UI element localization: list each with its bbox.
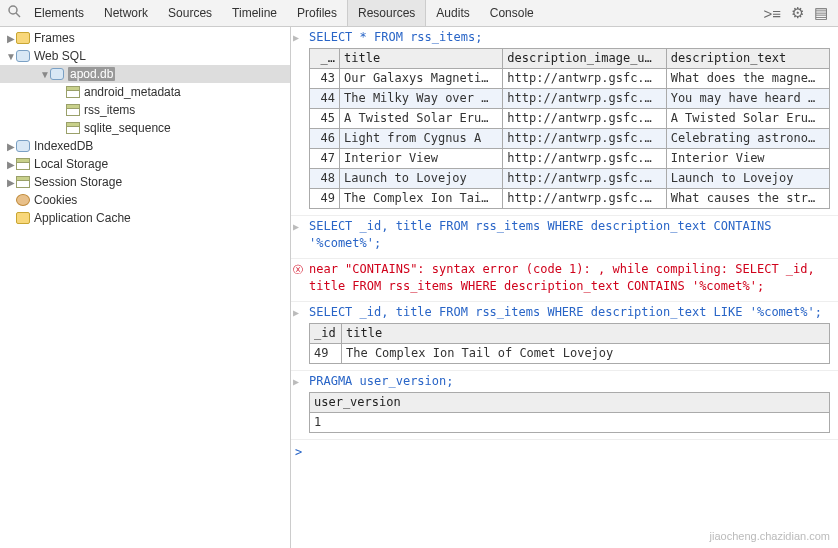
cell: What causes the str… (666, 189, 829, 209)
cell: 45 (310, 109, 340, 129)
cell: 49 (310, 344, 342, 364)
col-header: _… (310, 49, 340, 69)
col-header: user_version (310, 393, 830, 413)
tree-table-sqlite-sequence[interactable]: sqlite_sequence (0, 119, 290, 137)
cell: 46 (310, 129, 340, 149)
cell: 47 (310, 149, 340, 169)
cell: http://antwrp.gsfc.… (503, 69, 666, 89)
result-table: user_version 1 (309, 392, 830, 433)
cell: Launch to Lovejoy (666, 169, 829, 189)
tab-timeline[interactable]: Timeline (222, 0, 287, 26)
table-row: 1 (310, 413, 830, 433)
cell: 49 (310, 189, 340, 209)
cell: 48 (310, 169, 340, 189)
sql-console: ▶ SELECT * FROM rss_items; _…titledescri… (291, 27, 838, 548)
tree-frames[interactable]: ▶Frames (0, 29, 290, 47)
tab-sources[interactable]: Sources (158, 0, 222, 26)
tree-cookies[interactable]: Cookies (0, 191, 290, 209)
tab-audits[interactable]: Audits (426, 0, 479, 26)
tree-appcache[interactable]: Application Cache (0, 209, 290, 227)
tab-elements[interactable]: Elements (24, 0, 94, 26)
tree-db-apod[interactable]: ▼apod.db (0, 65, 290, 83)
database-icon (50, 68, 64, 80)
table-row: 43Our Galaxys Magneti…http://antwrp.gsfc… (310, 69, 830, 89)
expand-icon[interactable]: ▶ (293, 218, 299, 235)
query-block: ▶ SELECT * FROM rss_items; _…titledescri… (291, 27, 838, 216)
query-block: ▶ SELECT _id, title FROM rss_items WHERE… (291, 302, 838, 371)
tab-resources[interactable]: Resources (347, 0, 426, 26)
sql-query: SELECT _id, title FROM rss_items WHERE d… (309, 218, 834, 252)
tree-table-android-metadata[interactable]: android_metadata (0, 83, 290, 101)
cell: 44 (310, 89, 340, 109)
table-row: 45A Twisted Solar Eru…http://antwrp.gsfc… (310, 109, 830, 129)
cell: The Complex Ion Tai… (340, 189, 503, 209)
cell: The Complex Ion Tail of Comet Lovejoy (342, 344, 830, 364)
watermark: jiaocheng.chazidian.com (710, 530, 830, 542)
dock-icon[interactable]: ▤ (814, 4, 828, 22)
expand-icon[interactable]: ▶ (293, 304, 299, 321)
cell: Interior View (666, 149, 829, 169)
error-block: ⓧ near "CONTAINS": syntax error (code 1)… (291, 259, 838, 302)
settings-icon[interactable]: ⚙ (791, 4, 804, 22)
cell: Launch to Lovejoy (340, 169, 503, 189)
cell: Interior View (340, 149, 503, 169)
cell: A Twisted Solar Eru… (666, 109, 829, 129)
folder-icon (16, 32, 30, 44)
sql-query: SELECT * FROM rss_items; (309, 29, 834, 46)
tab-console[interactable]: Console (480, 0, 544, 26)
database-icon (16, 140, 30, 152)
sql-query: PRAGMA user_version; (309, 373, 834, 390)
tab-profiles[interactable]: Profiles (287, 0, 347, 26)
cell: http://antwrp.gsfc.… (503, 169, 666, 189)
devtools-toolbar: ElementsNetworkSourcesTimelineProfilesRe… (0, 0, 838, 27)
col-header: title (340, 49, 503, 69)
error-icon: ⓧ (293, 261, 303, 278)
console-drawer-icon[interactable]: >≡ (763, 5, 781, 22)
cookie-icon (16, 194, 30, 206)
tree-indexeddb[interactable]: ▶IndexedDB (0, 137, 290, 155)
result-table: _…titledescription_image_u…description_t… (309, 48, 830, 209)
cell: 43 (310, 69, 340, 89)
tree-table-rss-items[interactable]: rss_items (0, 101, 290, 119)
table-row: 48Launch to Lovejoyhttp://antwrp.gsfc.…L… (310, 169, 830, 189)
tab-network[interactable]: Network (94, 0, 158, 26)
expand-icon[interactable]: ▶ (293, 373, 299, 390)
resources-sidebar: ▶Frames ▼Web SQL ▼apod.db android_metada… (0, 27, 291, 548)
svg-point-0 (9, 6, 17, 14)
storage-icon (16, 158, 30, 170)
col-header: _id (310, 324, 342, 344)
result-table: _id title 49 The Complex Ion Tail of Com… (309, 323, 830, 364)
cell: Celebrating astrono… (666, 129, 829, 149)
tree-local-storage[interactable]: ▶Local Storage (0, 155, 290, 173)
cell: http://antwrp.gsfc.… (503, 189, 666, 209)
col-header: title (342, 324, 830, 344)
error-message: near "CONTAINS": syntax error (code 1): … (309, 261, 834, 295)
expand-icon[interactable]: ▶ (293, 29, 299, 46)
search-icon[interactable] (4, 5, 24, 21)
table-row: 49 The Complex Ion Tail of Comet Lovejoy (310, 344, 830, 364)
cell: http://antwrp.gsfc.… (503, 129, 666, 149)
tree-websql[interactable]: ▼Web SQL (0, 47, 290, 65)
svg-line-1 (16, 13, 20, 17)
table-row: 49The Complex Ion Tai…http://antwrp.gsfc… (310, 189, 830, 209)
cell: Light from Cygnus A (340, 129, 503, 149)
table-row: 47Interior Viewhttp://antwrp.gsfc.…Inter… (310, 149, 830, 169)
cell: http://antwrp.gsfc.… (503, 109, 666, 129)
col-header: description_image_u… (503, 49, 666, 69)
tree-session-storage[interactable]: ▶Session Storage (0, 173, 290, 191)
appcache-icon (16, 212, 30, 224)
table-row: 46Light from Cygnus Ahttp://antwrp.gsfc.… (310, 129, 830, 149)
cell: http://antwrp.gsfc.… (503, 149, 666, 169)
query-block: ▶ SELECT _id, title FROM rss_items WHERE… (291, 216, 838, 259)
table-icon (66, 122, 80, 134)
table-icon (66, 104, 80, 116)
col-header: description_text (666, 49, 829, 69)
sql-prompt[interactable]: > (291, 440, 838, 465)
storage-icon (16, 176, 30, 188)
cell: 1 (310, 413, 830, 433)
cell: Our Galaxys Magneti… (340, 69, 503, 89)
table-row: 44The Milky Way over …http://antwrp.gsfc… (310, 89, 830, 109)
query-block: ▶ PRAGMA user_version; user_version 1 (291, 371, 838, 440)
sql-query: SELECT _id, title FROM rss_items WHERE d… (309, 304, 834, 321)
panel-tabs: ElementsNetworkSourcesTimelineProfilesRe… (24, 0, 763, 26)
